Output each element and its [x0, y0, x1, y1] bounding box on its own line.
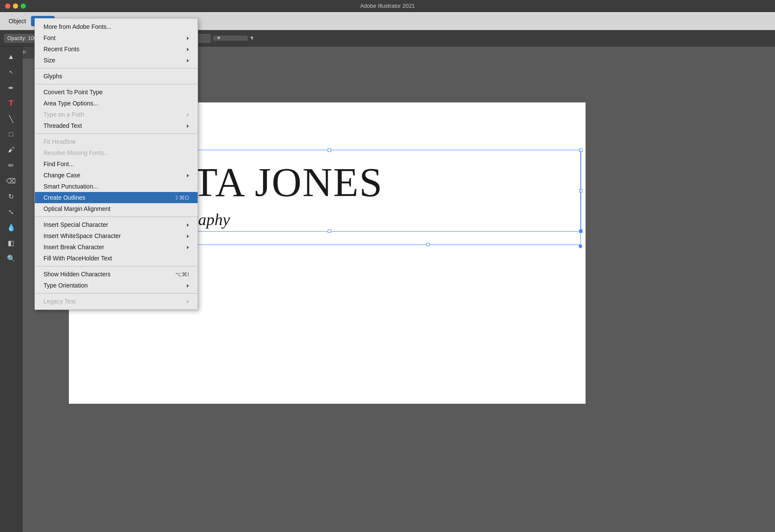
right-anchor-dot[interactable] [579, 244, 582, 248]
tool-eraser[interactable]: ⌫ [4, 174, 18, 188]
menu-item-recent-fonts[interactable]: Recent Fonts [35, 43, 198, 55]
menu-divider [35, 266, 198, 266]
menu-item-create-outlines[interactable]: Create Outlines⇧⌘O [35, 192, 198, 203]
tool-type[interactable]: T [4, 96, 18, 110]
menu-item-size[interactable]: Size [35, 55, 198, 66]
minimize-button[interactable] [13, 3, 18, 9]
submenu-arrow-icon [187, 282, 189, 289]
submenu-arrow-icon [187, 34, 189, 41]
menu-item-label: Font [43, 34, 56, 41]
menu-item-show-hidden[interactable]: Show Hidden Characters⌥⌘I [35, 269, 198, 280]
right-anchor-line [580, 150, 581, 249]
menu-item-label: Type Orientation [43, 282, 88, 289]
menu-item-fit-headline: Fit Headline [35, 136, 198, 147]
tool-direct-select[interactable]: ↖ [4, 65, 18, 79]
type-menu: More from Adobe Fonts...FontRecent Fonts… [34, 18, 198, 310]
menu-item-label: Glyphs [43, 73, 62, 80]
menu-item-label: Recent Fonts [43, 46, 79, 53]
menu-item-label: Fit Headline [43, 138, 76, 145]
submenu-arrow-icon [187, 244, 189, 251]
menu-item-label: Insert Special Character [43, 221, 108, 228]
submenu-arrow-icon [187, 232, 189, 239]
menu-item-insert-special[interactable]: Insert Special Character [35, 219, 198, 230]
tool-gradient[interactable]: ◧ [4, 236, 18, 250]
menu-divider [35, 133, 198, 134]
submenu-arrow-icon [187, 57, 189, 64]
titlebar: Adobe Illustrator 2021 [0, 0, 775, 12]
opacity-label: Opacity: [7, 35, 26, 41]
submenu-arrow-icon [187, 111, 189, 118]
tool-eyedropper[interactable]: 💧 [4, 220, 18, 234]
menu-item-type-orientation[interactable]: Type Orientation [35, 280, 198, 291]
menu-item-label: Smart Punctuation... [43, 183, 98, 190]
menu-item-label: Find Font... [43, 161, 74, 167]
submenu-arrow-icon [187, 172, 189, 179]
menu-item-type-on-path: Type on a Path [35, 109, 198, 120]
submenu-arrow-icon [187, 298, 189, 305]
tool-paintbrush[interactable]: 🖌 [4, 143, 18, 157]
menu-item-label: Insert Break Character [43, 244, 104, 251]
tool-rect[interactable]: □ [4, 127, 18, 141]
menu-item-threaded-text[interactable]: Threaded Text [35, 120, 198, 131]
menu-item-font[interactable]: Font [35, 32, 198, 43]
menu-item-change-case[interactable]: Change Case [35, 170, 198, 181]
close-button[interactable] [5, 3, 10, 9]
submenu-arrow-icon [187, 122, 189, 129]
tool-select[interactable]: ▲ [4, 50, 18, 64]
menu-item-glyphs[interactable]: Glyphs [35, 71, 198, 82]
menu-item-insert-break[interactable]: Insert Break Character [35, 241, 198, 253]
menu-divider [35, 68, 198, 68]
tool-zoom[interactable]: 🔍 [4, 251, 18, 265]
titlebar-title: Adobe Illustrator 2021 [360, 3, 415, 9]
menu-item-fill-placeholder[interactable]: Fill With PlaceHolder Text [35, 253, 198, 264]
menu-item-legacy-text: Legacy Text [35, 296, 198, 307]
menu-item-label: Area Type Options... [43, 100, 98, 107]
menu-item-shortcut: ⇧⌘O [174, 195, 189, 201]
menu-divider [35, 84, 198, 84]
menu-item-find-font[interactable]: Find Font... [35, 158, 198, 170]
tool-pencil[interactable]: ✏ [4, 158, 18, 172]
menu-item-label: Legacy Text [43, 298, 75, 305]
left-panel: ▲ ↖ ✒ T ╲ □ 🖌 ✏ ⌫ ↻ ⤡ 💧 ◧ 🔍 [0, 46, 22, 532]
maximize-button[interactable] [21, 3, 26, 9]
tool-rotate[interactable]: ↻ [4, 189, 18, 203]
menu-item-insert-whitespace[interactable]: Insert WhiteSpace Character [35, 230, 198, 241]
menu-item-shortcut: ⌥⌘I [175, 271, 189, 278]
menu-item-more-fonts[interactable]: More from Adobe Fonts... [35, 21, 198, 32]
menu-divider [35, 293, 198, 294]
menu-object[interactable]: Object [3, 16, 31, 26]
menu-item-label: Resolve Missing Fonts... [43, 149, 109, 156]
menu-item-label: Change Case [43, 172, 81, 179]
menu-item-label: Show Hidden Characters [43, 271, 111, 278]
handle-baseline-mid[interactable] [426, 243, 430, 246]
tool-line[interactable]: ╲ [4, 112, 18, 126]
menu-item-label: Type on a Path [43, 111, 84, 118]
menu-item-label: Convert To Point Type [43, 89, 102, 96]
titlebar-buttons [5, 3, 26, 9]
menu-item-label: Size [43, 57, 55, 64]
menu-divider [35, 217, 198, 217]
submenu-arrow-icon [187, 46, 189, 53]
menu-item-resolve-missing-fonts: Resolve Missing Fonts... [35, 147, 198, 158]
menu-item-label: Insert WhiteSpace Character [43, 232, 121, 239]
menu-item-convert-point-type[interactable]: Convert To Point Type [35, 87, 198, 98]
font-style-dropdown[interactable] [213, 36, 248, 40]
menu-item-smart-punctuation[interactable]: Smart Punctuation... [35, 181, 198, 192]
submenu-arrow-icon [187, 221, 189, 228]
menu-item-optical-margin[interactable]: Optical Margin Alignment [35, 203, 198, 214]
tool-pen[interactable]: ✒ [4, 81, 18, 95]
size-down-icon [251, 38, 253, 40]
font-size-control[interactable] [250, 36, 254, 40]
menu-item-label: Optical Margin Alignment [43, 205, 111, 212]
menu-item-label: Fill With PlaceHolder Text [43, 255, 112, 262]
menu-item-label: Threaded Text [43, 122, 82, 129]
size-up-icon [250, 36, 254, 38]
tool-scale[interactable]: ⤡ [4, 205, 18, 219]
menu-item-label: Create Outlines [43, 194, 85, 201]
style-chevron-icon [217, 37, 220, 39]
menu-item-label: More from Adobe Fonts... [43, 23, 112, 30]
menu-item-area-type-options[interactable]: Area Type Options... [35, 98, 198, 109]
